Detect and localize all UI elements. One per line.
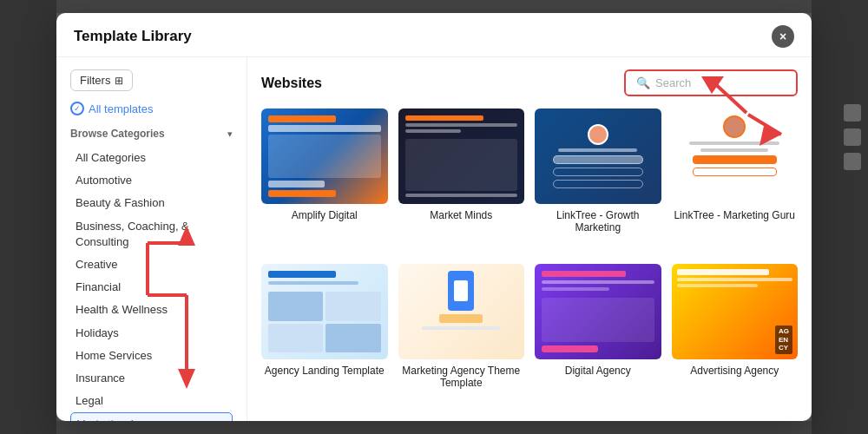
template-name-marketing-theme: Marketing Agency Theme Template bbox=[398, 365, 525, 389]
category-item-automotive[interactable]: Automotive bbox=[70, 169, 233, 192]
check-circle-icon: ✓ bbox=[70, 102, 84, 115]
category-item-legal[interactable]: Legal bbox=[70, 390, 233, 412]
close-button[interactable]: × bbox=[772, 25, 794, 48]
browse-categories-header[interactable]: Browse Categories ▾ bbox=[70, 128, 233, 140]
modal-title: Template Library bbox=[74, 28, 192, 45]
category-item-marketing[interactable]: Marketing Agency bbox=[70, 412, 233, 421]
template-name-linktree: LinkTree - Growth Marketing bbox=[535, 209, 661, 233]
category-item-holidays[interactable]: Holidays bbox=[70, 322, 233, 345]
category-list: All CategoriesAutomotiveBeauty & Fashion… bbox=[70, 147, 233, 421]
outer-left-panel bbox=[0, 0, 56, 434]
search-input[interactable] bbox=[655, 76, 786, 89]
modal-header: Template Library × bbox=[56, 13, 812, 57]
category-item-beauty[interactable]: Beauty & Fashion bbox=[70, 192, 233, 214]
template-name-agency: Agency Landing Template bbox=[261, 365, 388, 377]
category-item-health[interactable]: Health & Wellness bbox=[70, 299, 233, 321]
filters-label: Filters bbox=[80, 74, 110, 87]
modal-body: Filters ⊞ ✓ All templates Browse Categor… bbox=[56, 57, 812, 421]
sidebar: Filters ⊞ ✓ All templates Browse Categor… bbox=[56, 57, 247, 421]
category-item-financial[interactable]: Financial bbox=[70, 276, 233, 299]
chevron-down-icon: ▾ bbox=[227, 128, 233, 140]
outer-dot-2 bbox=[844, 128, 861, 146]
template-name-digital: Digital Agency bbox=[535, 365, 661, 377]
filters-row: Filters ⊞ bbox=[70, 69, 233, 91]
template-card-linktree[interactable]: LinkTree - Growth Marketing bbox=[535, 108, 661, 253]
outer-bottom-bar bbox=[56, 421, 812, 434]
main-content: Websites 🔍 Amplify Digital Market Minds bbox=[247, 57, 812, 421]
template-card-agency[interactable]: Agency Landing Template bbox=[261, 264, 388, 409]
template-card-advertising[interactable]: AGENCY Advertising Agency bbox=[672, 264, 799, 409]
template-card-guru[interactable]: LinkTree - Marketing Guru bbox=[672, 108, 799, 253]
category-item-home[interactable]: Home Services bbox=[70, 345, 233, 367]
filters-button[interactable]: Filters ⊞ bbox=[70, 69, 133, 91]
templates-grid: Amplify Digital Market Minds LinkTree - … bbox=[261, 108, 798, 409]
main-header: Websites 🔍 bbox=[261, 69, 798, 96]
template-name-advertising: Advertising Agency bbox=[672, 365, 799, 377]
outer-dot-3 bbox=[844, 153, 861, 170]
filter-icon: ⊞ bbox=[115, 75, 123, 87]
browse-categories-label: Browse Categories bbox=[70, 128, 165, 140]
section-title: Websites bbox=[261, 76, 322, 91]
template-library-modal: Template Library × Filters ⊞ ✓ All templ… bbox=[56, 13, 812, 421]
template-card-marketing-theme[interactable]: Marketing Agency Theme Template bbox=[398, 264, 525, 409]
all-templates-link[interactable]: ✓ All templates bbox=[70, 102, 233, 115]
template-card-digital[interactable]: Digital Agency bbox=[535, 264, 661, 409]
template-name-market: Market Minds bbox=[398, 209, 525, 221]
outer-top-bar bbox=[56, 0, 812, 13]
all-templates-label: All templates bbox=[89, 102, 153, 115]
outer-right-items bbox=[844, 104, 861, 170]
outer-dot-1 bbox=[844, 104, 861, 122]
template-name-amplify: Amplify Digital bbox=[261, 209, 388, 221]
search-icon: 🔍 bbox=[636, 76, 650, 89]
template-card-market[interactable]: Market Minds bbox=[398, 108, 525, 253]
template-card-amplify[interactable]: Amplify Digital bbox=[261, 108, 388, 253]
search-box: 🔍 bbox=[624, 69, 798, 96]
outer-right-panel bbox=[812, 0, 868, 434]
category-item-business[interactable]: Business, Coaching, & Consulting bbox=[70, 215, 233, 253]
category-item-creative[interactable]: Creative bbox=[70, 253, 233, 276]
category-item-insurance[interactable]: Insurance bbox=[70, 367, 233, 390]
template-name-guru: LinkTree - Marketing Guru bbox=[672, 209, 799, 221]
category-item-all[interactable]: All Categories bbox=[70, 147, 233, 169]
